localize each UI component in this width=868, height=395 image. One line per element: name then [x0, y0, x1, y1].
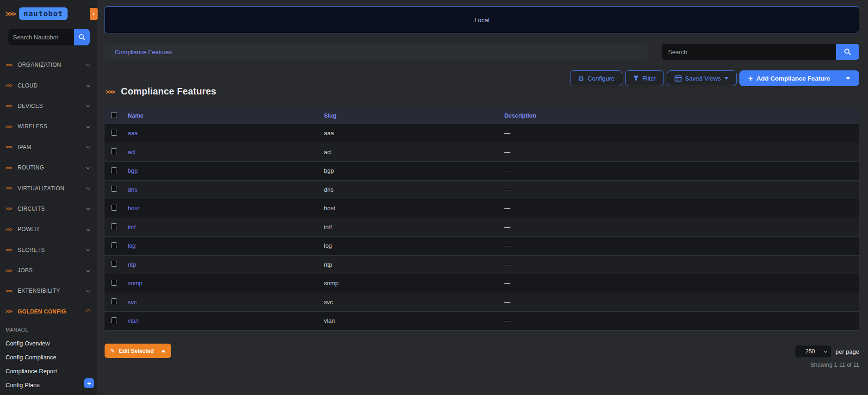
- sidebar-item-config-compliance[interactable]: Config Compliance: [0, 350, 97, 364]
- feature-link[interactable]: host: [128, 205, 139, 212]
- sidebar-search: [8, 29, 90, 45]
- nav-chevrons-icon: >>>: [6, 186, 18, 191]
- sidebar-item-label: SECRETS: [18, 247, 87, 253]
- row-checkbox[interactable]: [111, 167, 117, 173]
- table-row: bgp bgp —: [105, 162, 859, 181]
- slug-cell: vlan: [324, 317, 504, 324]
- column-header-description[interactable]: Description: [504, 113, 859, 119]
- sidebar: >>> nautobot >>> ORGANIZATION >>> CLOUD: [0, 0, 97, 395]
- sidebar-item-cloud[interactable]: >>> CLOUD: [0, 75, 97, 95]
- filter-icon: [633, 75, 639, 81]
- sidebar-item-golden-config[interactable]: >>> GOLDEN CONFIG: [0, 301, 97, 322]
- feature-link[interactable]: aaa: [128, 130, 138, 137]
- sidebar-item-wireless[interactable]: >>> WIRELESS: [0, 116, 97, 137]
- breadcrumb-item-compliance-features[interactable]: Compliance Features: [115, 49, 172, 56]
- nav-chevrons-icon: >>>: [6, 165, 18, 170]
- sidebar-search-input[interactable]: [8, 29, 74, 45]
- slug-cell: ntp: [324, 261, 504, 268]
- configure-button[interactable]: ⚙ Configure: [570, 70, 622, 86]
- sidebar-item-label: POWER: [18, 226, 87, 232]
- column-header-slug[interactable]: Slug: [324, 113, 504, 119]
- saved-views-button[interactable]: Saved Views: [667, 70, 737, 86]
- sidebar-item-virtualization[interactable]: >>> VIRTUALIZATION: [0, 178, 97, 198]
- slug-cell: intf: [324, 224, 504, 231]
- slug-cell: acl: [324, 149, 504, 156]
- chevron-down-icon: [86, 288, 91, 293]
- chevron-down-icon: [86, 62, 91, 67]
- feature-link[interactable]: intf: [128, 224, 136, 231]
- caret-up-icon[interactable]: [161, 350, 166, 352]
- sidebar-item-config-overview[interactable]: Config Overview: [0, 336, 97, 350]
- slug-cell: svc: [324, 299, 504, 306]
- nav-chevrons-icon: >>>: [6, 247, 18, 252]
- chevron-down-icon: [86, 165, 91, 169]
- filter-button[interactable]: Filter: [625, 70, 664, 86]
- slug-cell: host: [324, 205, 504, 212]
- row-checkbox[interactable]: [111, 298, 117, 304]
- row-checkbox[interactable]: [111, 130, 117, 136]
- add-config-plan-button[interactable]: +: [84, 378, 94, 388]
- nav-chevrons-icon: >>>: [6, 103, 18, 108]
- sidebar-item-extensibility[interactable]: >>> EXTENSIBILITY: [0, 281, 97, 301]
- row-checkbox[interactable]: [111, 261, 117, 267]
- table-search-input[interactable]: [662, 44, 836, 60]
- chevron-up-icon: [86, 309, 91, 314]
- search-icon: [844, 48, 851, 56]
- page-header: >>> Compliance Features: [105, 86, 216, 97]
- sidebar-search-button[interactable]: [74, 29, 90, 45]
- table-search-button[interactable]: [836, 44, 859, 60]
- nav-chevrons-icon: >>>: [6, 144, 18, 150]
- sidebar-item-secrets[interactable]: >>> SECRETS: [0, 240, 97, 260]
- table-row: intf intf —: [105, 218, 859, 237]
- sidebar-item-config-plans[interactable]: Config Plans: [0, 378, 97, 392]
- feature-link[interactable]: acl: [128, 149, 136, 156]
- sidebar-item-label: VIRTUALIZATION: [18, 185, 87, 192]
- feature-link[interactable]: dns: [128, 186, 137, 193]
- column-header-name[interactable]: Name: [128, 113, 324, 119]
- row-checkbox[interactable]: [111, 205, 117, 211]
- sidebar-item-circuits[interactable]: >>> CIRCUITS: [0, 199, 97, 219]
- sidebar-item-devices[interactable]: >>> DEVICES: [0, 96, 97, 116]
- description-cell: —: [504, 130, 859, 137]
- description-cell: —: [504, 317, 859, 324]
- row-checkbox[interactable]: [111, 186, 117, 192]
- sidebar-item-routing[interactable]: >>> ROUTING: [0, 157, 97, 178]
- feature-link[interactable]: svc: [128, 299, 137, 306]
- table-row: acl acl —: [105, 143, 859, 162]
- nav-chevrons-icon: >>>: [6, 268, 18, 273]
- sidebar-item-power[interactable]: >>> POWER: [0, 219, 97, 239]
- environment-banner-text: Local: [474, 17, 489, 24]
- row-checkbox[interactable]: [111, 317, 117, 323]
- app-root: >>> nautobot >>> ORGANIZATION >>> CLOUD: [0, 0, 868, 395]
- description-cell: —: [504, 186, 859, 193]
- slug-cell: aaa: [324, 130, 504, 137]
- caret-down-icon[interactable]: [846, 77, 850, 80]
- sidebar-item-ipam[interactable]: >>> IPAM: [0, 137, 97, 157]
- table-row: aaa aaa —: [105, 124, 859, 143]
- edit-selected-button[interactable]: ✎ Edit Selected: [105, 344, 171, 358]
- feature-link[interactable]: log: [128, 242, 136, 249]
- feature-link[interactable]: bgp: [128, 167, 138, 174]
- saved-views-icon: [675, 75, 682, 82]
- row-checkbox[interactable]: [111, 280, 117, 286]
- plus-icon: +: [748, 75, 753, 82]
- sidebar-item-label: ORGANIZATION: [18, 62, 87, 68]
- select-all-checkbox[interactable]: [111, 112, 117, 118]
- per-page-select[interactable]: 250: [795, 345, 832, 358]
- add-compliance-feature-button[interactable]: + Add Compliance Feature: [739, 70, 859, 86]
- description-cell: —: [504, 242, 859, 249]
- nav-chevrons-icon: >>>: [6, 63, 18, 68]
- sidebar-item-compliance-report[interactable]: Compliance Report: [0, 364, 97, 378]
- row-checkbox[interactable]: [111, 148, 117, 154]
- row-checkbox[interactable]: [111, 223, 117, 229]
- feature-link[interactable]: snmp: [128, 280, 143, 287]
- row-checkbox[interactable]: [111, 242, 117, 248]
- chevron-down-icon: [86, 185, 91, 190]
- feature-link[interactable]: vlan: [128, 317, 139, 324]
- feature-link[interactable]: ntp: [128, 261, 136, 268]
- sidebar-item-organization[interactable]: >>> ORGANIZATION: [0, 55, 97, 75]
- chevron-down-icon: [86, 103, 91, 108]
- nautobot-logo[interactable]: >>> nautobot: [0, 0, 97, 20]
- sidebar-item-jobs[interactable]: >>> JOBS: [0, 260, 97, 281]
- sidebar-collapse-button[interactable]: ‹: [90, 8, 98, 20]
